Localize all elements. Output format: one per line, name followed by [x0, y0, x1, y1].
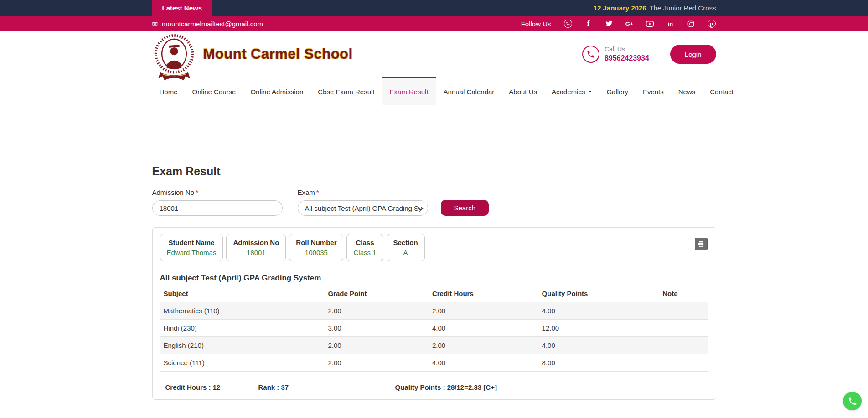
col-note: Note: [659, 285, 708, 302]
admission-no-input[interactable]: [152, 200, 283, 216]
twitter-icon[interactable]: [604, 19, 614, 28]
news-title: The Junior Red Cross: [650, 4, 716, 12]
section-box: Section A: [387, 234, 425, 261]
nav-item-about-us[interactable]: About Us: [501, 77, 544, 105]
table-row: Science (111) 2.00 4.00 8.00: [160, 354, 708, 372]
email-address: mountcarmelmailtest@gmail.com: [162, 20, 263, 28]
summary-rank: Rank : 37: [258, 383, 395, 391]
summary-quality-points: Quality Points : 28/12=2.33 [C+]: [395, 383, 497, 391]
nav-item-exam-result[interactable]: Exam Result: [382, 77, 436, 105]
col-credit-hours: Credit Hours: [429, 285, 538, 302]
required-marker: *: [316, 189, 319, 196]
admission-no-box: Admission No 18001: [226, 234, 286, 261]
contact-bar: ✉ mountcarmelmailtest@gmail.com Follow U…: [0, 16, 868, 31]
whatsapp-float-button[interactable]: [843, 392, 862, 410]
login-button[interactable]: Login: [670, 45, 716, 64]
printer-icon: [698, 240, 704, 247]
col-grade-point: Grade Point: [324, 285, 429, 302]
table-row: English (210) 2.00 2.00 4.00: [160, 337, 708, 354]
required-marker: *: [196, 189, 198, 196]
col-quality-points: Quality Points: [538, 285, 659, 302]
admission-no-label: Admission No*: [152, 189, 283, 196]
latest-news-badge: Latest News: [152, 0, 212, 16]
school-logo[interactable]: [152, 34, 196, 77]
phone-icon: [582, 46, 599, 63]
class-box: Class Class 1: [346, 234, 383, 261]
whatsapp-icon[interactable]: [563, 19, 573, 28]
exam-select-value: All subject Test (April) GPA Grading Sy: [305, 204, 422, 212]
exam-label: Exam*: [298, 189, 428, 196]
nav-item-academics[interactable]: Academics: [544, 77, 599, 105]
print-button[interactable]: [695, 238, 708, 250]
nav-item-home[interactable]: Home: [152, 77, 185, 105]
summary-credit-hours: Credit Hours : 12: [165, 383, 258, 391]
result-table: Subject Grade Point Credit Hours Quality…: [160, 285, 708, 372]
page-title: Exam Result: [152, 165, 716, 178]
nav-item-annual-calendar[interactable]: Annual Calendar: [436, 77, 502, 105]
linkedin-icon[interactable]: in: [666, 19, 675, 28]
news-date: 12 January 2026: [594, 4, 646, 12]
nav-item-online-course[interactable]: Online Course: [185, 77, 243, 105]
school-name: Mount Carmel School: [203, 46, 353, 62]
google-plus-icon[interactable]: G+: [625, 19, 634, 28]
col-subject: Subject: [160, 285, 325, 302]
site-header: Mount Carmel School Call Us 89562423934 …: [0, 31, 868, 77]
search-form: Admission No* Exam* All subject Test (Ap…: [152, 189, 716, 216]
nav-item-events[interactable]: Events: [636, 77, 671, 105]
student-info-row: Student Name Edward Thomas Admission No …: [160, 234, 708, 261]
youtube-icon[interactable]: [646, 19, 655, 28]
phone-number[interactable]: 89562423934: [604, 54, 649, 63]
table-row: Hindi (230) 3.00 4.00 12.00: [160, 320, 708, 337]
envelope-icon: ✉: [152, 20, 158, 27]
roll-number-box: Roll Number 100035: [289, 234, 343, 261]
whatsapp-phone-icon: [847, 396, 858, 406]
pinterest-icon[interactable]: p: [707, 19, 716, 28]
result-card: Student Name Edward Thomas Admission No …: [152, 227, 716, 400]
chevron-down-icon: [588, 91, 592, 94]
facebook-icon[interactable]: f: [584, 19, 593, 28]
follow-us-label: Follow Us: [521, 20, 551, 28]
instagram-icon[interactable]: [687, 19, 696, 28]
nav-item-cbse-exam-result[interactable]: Cbse Exam Result: [310, 77, 382, 105]
table-row: Mathematics (110) 2.00 2.00 4.00: [160, 302, 708, 320]
result-summary: Credit Hours : 12 Rank : 37 Quality Poin…: [160, 383, 708, 391]
nav-item-gallery[interactable]: Gallery: [599, 77, 636, 105]
email-link[interactable]: ✉ mountcarmelmailtest@gmail.com: [152, 20, 264, 28]
call-us-label: Call Us: [604, 46, 649, 54]
top-news-bar: Latest News 12 January 2026 The Junior R…: [0, 0, 868, 16]
nav-item-contact[interactable]: Contact: [703, 77, 741, 105]
main-nav: Home Online Course Online Admission Cbse…: [0, 77, 868, 105]
nav-item-news[interactable]: News: [671, 77, 703, 105]
exam-title: All subject Test (April) GPA Grading Sys…: [160, 274, 708, 283]
nav-item-online-admission[interactable]: Online Admission: [243, 77, 310, 105]
student-name-box: Student Name Edward Thomas: [160, 234, 223, 261]
table-header-row: Subject Grade Point Credit Hours Quality…: [160, 285, 708, 302]
latest-news-label: Latest News: [162, 4, 202, 12]
search-button[interactable]: Search: [441, 200, 489, 216]
exam-select[interactable]: All subject Test (April) GPA Grading Sy: [298, 200, 428, 216]
news-ticker[interactable]: 12 January 2026 The Junior Red Cross: [594, 0, 716, 16]
nav-item-academics-label: Academics: [552, 88, 585, 96]
